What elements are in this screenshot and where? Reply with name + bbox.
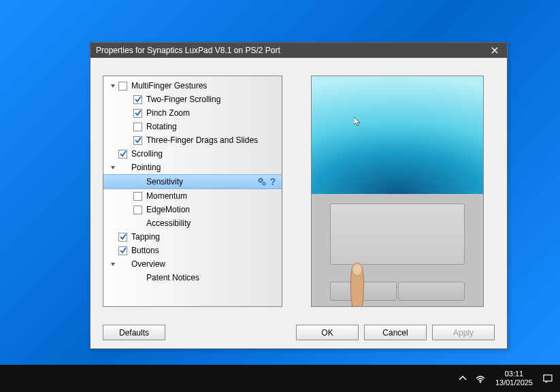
tree-label: Sensitivity — [145, 177, 257, 186]
close-button[interactable] — [488, 44, 501, 56]
tree-label: Two-Finger Scrolling — [145, 95, 278, 104]
tree-label: MultiFinger Gestures — [130, 81, 278, 91]
tree-label: Pointing — [130, 163, 278, 172]
cursor-icon — [354, 117, 361, 127]
apply-button: Apply — [432, 325, 495, 340]
wifi-icon[interactable] — [475, 373, 486, 384]
checkbox-scrolling[interactable] — [118, 150, 127, 159]
checkbox-edgemotion[interactable] — [133, 206, 142, 214]
spacer — [124, 95, 132, 103]
tree-item-threefinger[interactable]: Three-Finger Drags and Slides — [103, 133, 282, 147]
tree-label: Rotating — [145, 122, 278, 131]
svg-point-3 — [352, 261, 362, 275]
svg-point-1 — [263, 182, 265, 185]
spacer — [124, 206, 132, 214]
settings-icon[interactable] — [257, 177, 267, 186]
tree-label: Scrolling — [130, 149, 278, 159]
tree-item-pinch[interactable]: Pinch Zoom — [103, 106, 282, 120]
tree-item-scrolling[interactable]: Scrolling — [103, 147, 282, 161]
preview-panel — [311, 76, 484, 307]
dialog-content: MultiFinger Gestures Two-Finger Scrollin… — [90, 58, 507, 348]
collapse-icon[interactable] — [109, 82, 117, 90]
checkbox-buttons[interactable] — [118, 246, 127, 255]
defaults-button[interactable]: Defaults — [103, 325, 165, 340]
tree-label: Three-Finger Drags and Slides — [145, 135, 278, 145]
tree-item-buttons[interactable]: Buttons — [103, 244, 282, 257]
tree-label: EdgeMotion — [145, 205, 278, 214]
svg-text:?: ? — [270, 177, 276, 186]
spacer — [109, 150, 117, 158]
spacer — [124, 219, 132, 227]
tree-item-edgemotion[interactable]: EdgeMotion — [103, 203, 282, 216]
svg-rect-5 — [544, 375, 552, 381]
tree-item-tapping[interactable]: Tapping — [103, 230, 282, 244]
spacer — [124, 178, 132, 186]
checkbox-momentum[interactable] — [133, 192, 142, 201]
preview-screen — [312, 76, 483, 194]
tree-label: Buttons — [130, 246, 278, 255]
collapse-icon[interactable] — [109, 260, 117, 268]
tree-item-overview[interactable]: Overview — [103, 257, 282, 271]
notifications-icon[interactable] — [542, 373, 553, 384]
cancel-button[interactable]: Cancel — [364, 325, 427, 340]
checkbox-threefinger[interactable] — [133, 136, 142, 145]
system-tray: 03:11 13/01/2025 — [457, 370, 553, 387]
window-title: Properties for Synaptics LuxPad V8.1 on … — [96, 46, 488, 55]
spacer — [124, 122, 132, 131]
desktop: Properties for Synaptics LuxPad V8.1 on … — [0, 0, 560, 365]
ok-button[interactable]: OK — [296, 325, 359, 340]
tree-label: Pinch Zoom — [145, 108, 278, 118]
spacer — [124, 192, 132, 200]
spacer — [124, 136, 132, 144]
checkbox-twofinger[interactable] — [133, 95, 142, 104]
tree-item-sensitivity[interactable]: Sensitivity ? — [103, 174, 282, 189]
titlebar[interactable]: Properties for Synaptics LuxPad V8.1 on … — [90, 43, 507, 58]
tree-label: Patent Notices — [145, 273, 278, 282]
tree-item-momentum[interactable]: Momentum — [103, 189, 282, 203]
taskbar[interactable]: 03:11 13/01/2025 — [0, 365, 560, 392]
tree-item-multifinger[interactable]: MultiFinger Gestures — [103, 79, 282, 93]
tree-item-pointing[interactable]: Pointing — [103, 161, 282, 174]
tree-item-twofinger[interactable]: Two-Finger Scrolling — [103, 93, 282, 106]
taskbar-clock[interactable]: 03:11 13/01/2025 — [495, 370, 533, 387]
tree-label: Tapping — [130, 232, 278, 242]
help-icon[interactable]: ? — [268, 177, 278, 186]
tree-label: Overview — [130, 259, 278, 269]
tree-item-patent[interactable]: Patent Notices — [103, 271, 282, 284]
properties-dialog: Properties for Synaptics LuxPad V8.1 on … — [90, 42, 508, 349]
checkbox-multifinger[interactable] — [118, 82, 127, 91]
collapse-icon[interactable] — [109, 163, 117, 172]
chevron-up-icon[interactable] — [457, 373, 468, 384]
preview-touchpad — [312, 194, 483, 306]
svg-point-4 — [480, 382, 481, 383]
svg-point-0 — [259, 179, 262, 182]
dialog-buttons: Defaults OK Cancel Apply — [103, 325, 495, 340]
settings-tree[interactable]: MultiFinger Gestures Two-Finger Scrollin… — [103, 76, 282, 307]
clock-time: 03:11 — [495, 370, 533, 378]
tree-item-rotating[interactable]: Rotating — [103, 120, 282, 133]
tree-label: Accessibility — [145, 218, 278, 228]
spacer — [109, 233, 117, 241]
finger-illustration — [339, 255, 376, 307]
tree-label: Momentum — [145, 191, 278, 201]
checkbox-rotating[interactable] — [133, 122, 142, 131]
clock-date: 13/01/2025 — [495, 378, 533, 387]
touchpad-right-button — [398, 282, 465, 301]
checkbox-pinch[interactable] — [133, 109, 142, 118]
checkbox-tapping[interactable] — [118, 233, 127, 242]
spacer — [124, 109, 132, 117]
spacer — [124, 274, 132, 282]
spacer — [109, 246, 117, 255]
close-icon — [491, 47, 498, 54]
tree-item-accessibility[interactable]: Accessibility — [103, 216, 282, 230]
